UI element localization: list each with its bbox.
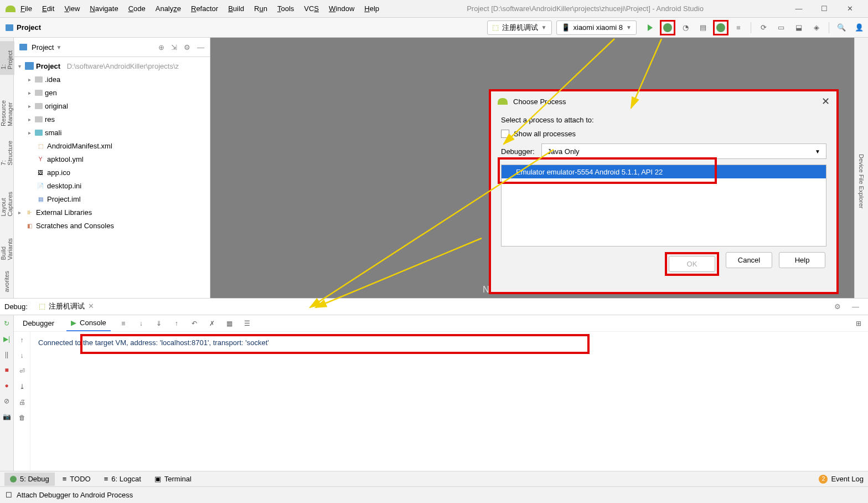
tab-favorites[interactable]: avorites (2, 265, 11, 298)
menu-vcs[interactable]: VCS (299, 4, 324, 13)
tree-ext-libs[interactable]: ▸⊪External Libraries (14, 206, 210, 219)
show-all-checkbox[interactable] (501, 130, 509, 138)
resource-manager-button[interactable]: ◈ (809, 20, 824, 35)
tab-layout-captures[interactable]: Layout Captures (0, 171, 14, 222)
search-button[interactable]: 🔍 (834, 20, 849, 35)
attach-debugger-button[interactable] (713, 20, 728, 35)
close-icon[interactable]: ✕ (88, 302, 94, 310)
step-out-button[interactable]: ↑ (172, 319, 182, 329)
force-step-into-button[interactable]: ⇓ (154, 319, 164, 329)
tab-debug[interactable]: 5: Debug (4, 473, 55, 486)
menu-build[interactable]: Build (223, 4, 249, 13)
debugger-select[interactable]: Java Only ▼ (541, 143, 826, 159)
clear-button[interactable]: 🗑 (17, 413, 27, 423)
stop-button[interactable]: ■ (731, 20, 746, 35)
coverage-button[interactable]: ▤ (695, 20, 711, 35)
run-to-cursor-button[interactable]: ✗ (207, 319, 217, 329)
menu-file[interactable]: File (16, 4, 37, 13)
down-button[interactable]: ↓ (17, 351, 27, 361)
tab-logcat[interactable]: ≡6: Logcat (99, 473, 147, 486)
drop-frame-button[interactable]: ↶ (189, 319, 199, 329)
event-log-button[interactable]: 2 Event Log (819, 475, 864, 484)
collapse-icon[interactable]: ⇲ (171, 43, 177, 52)
stop-button[interactable]: ■ (2, 365, 12, 375)
run-button[interactable] (642, 20, 658, 35)
step-over-button[interactable]: ≡ (118, 319, 128, 329)
tree-file[interactable]: 📄desktop.ini (14, 179, 210, 192)
tree-file[interactable]: ▤Project.iml (14, 192, 210, 206)
camera-button[interactable]: 📷 (2, 412, 12, 422)
menu-window[interactable]: Window (324, 4, 359, 13)
menu-run[interactable]: Run (249, 4, 272, 13)
layout-button[interactable]: ⊞ (854, 319, 864, 329)
ok-button[interactable]: OK (669, 256, 715, 272)
gear-icon[interactable]: ⚙ (834, 302, 841, 311)
soft-wrap-button[interactable]: ⏎ (17, 366, 27, 376)
avd-manager-button[interactable]: ▭ (773, 20, 789, 35)
menu-refactor[interactable]: Refactor (186, 4, 223, 13)
target-icon[interactable]: ⊕ (158, 43, 164, 52)
menu-analyze[interactable]: Analyze (151, 4, 186, 13)
close-icon[interactable]: ✕ (822, 95, 830, 107)
step-into-button[interactable]: ↓ (136, 319, 146, 329)
tab-structure[interactable]: 7: Structure (0, 132, 14, 171)
rerun-button[interactable]: ↻ (2, 319, 12, 329)
menu-tools[interactable]: Tools (272, 4, 299, 13)
console-tab[interactable]: ▶ Console (66, 316, 111, 331)
trace-button[interactable]: ☰ (242, 319, 252, 329)
process-item[interactable]: Emulator emulator-5554 Android 5.1.1, AP… (502, 165, 826, 178)
cancel-button[interactable]: Cancel (726, 252, 772, 268)
project-view-selector[interactable]: Project ▼ (32, 43, 61, 52)
breadcrumb[interactable]: Project (0, 23, 41, 32)
maximize-button[interactable]: ☐ (812, 4, 837, 13)
menu-navigate[interactable]: Navigate (85, 4, 123, 13)
profile-button[interactable]: ◔ (678, 20, 693, 35)
tab-resource-manager[interactable]: Resource Manager (0, 75, 14, 132)
minimize-button[interactable]: — (786, 4, 812, 13)
status-icon[interactable]: ☐ (6, 491, 12, 499)
sync-button[interactable]: ⟳ (756, 20, 771, 35)
evaluate-button[interactable]: ▦ (225, 319, 235, 329)
device-selector[interactable]: 📱 xiaomi xiaomi 8 ▼ (556, 20, 637, 35)
sdk-manager-button[interactable]: ⬓ (791, 20, 807, 35)
run-config-selector[interactable]: ⬚ 注册机调试 ▼ (487, 20, 552, 35)
tree-folder[interactable]: ▸.idea (14, 73, 210, 86)
tree-root[interactable]: ▾Project D:\software\AndroidKiller\proje… (14, 59, 210, 73)
tree-folder[interactable]: ▸gen (14, 86, 210, 99)
mute-breakpoints-button[interactable]: ⊘ (2, 396, 12, 406)
breakpoints-button[interactable]: ● (2, 381, 12, 391)
tab-project[interactable]: 1: Project (0, 41, 14, 75)
tree-file[interactable]: Yapktool.yml (14, 152, 210, 166)
tab-build-variants[interactable]: Build Variants (0, 222, 14, 265)
scroll-end-button[interactable]: ⤓ (17, 382, 27, 392)
debugger-tab[interactable]: Debugger (18, 316, 59, 331)
menu-view[interactable]: View (59, 4, 85, 13)
tree-file[interactable]: 🖼app.ico (14, 166, 210, 179)
tab-device-file-explorer[interactable]: Device File Explorer (857, 148, 866, 214)
menu-help[interactable]: Help (359, 4, 384, 13)
console-output[interactable]: Connected to the target VM, address: 'lo… (30, 332, 868, 471)
help-button[interactable]: Help (779, 252, 825, 268)
process-list[interactable]: Emulator emulator-5554 Android 5.1.1, AP… (501, 165, 826, 247)
menu-edit[interactable]: Edit (37, 4, 59, 13)
up-button[interactable]: ↑ (17, 335, 27, 345)
menu-code[interactable]: Code (123, 4, 151, 13)
tree-folder[interactable]: ▸smali (14, 126, 210, 139)
debug-button[interactable] (660, 20, 675, 35)
tree-folder[interactable]: ▸res (14, 112, 210, 126)
tab-todo[interactable]: ≡TODO (57, 473, 96, 486)
print-button[interactable]: 🖨 (17, 397, 27, 407)
hide-icon[interactable]: — (852, 302, 859, 311)
user-icon[interactable]: 👤 (851, 20, 867, 35)
tab-terminal[interactable]: ▣Terminal (149, 473, 197, 486)
resume-button[interactable]: ▶| (2, 334, 12, 344)
tree-scratches[interactable]: ◧Scratches and Consoles (14, 219, 210, 232)
close-button[interactable]: ✕ (837, 4, 862, 13)
tree-folder[interactable]: ▸original (14, 99, 210, 112)
tree-file[interactable]: ⬚AndroidManifest.xml (14, 139, 210, 152)
debug-session-tab[interactable]: ⬚ 注册机调试 ✕ (33, 299, 100, 315)
hide-icon[interactable]: — (197, 43, 204, 52)
gear-icon[interactable]: ⚙ (184, 43, 190, 52)
pause-button[interactable]: || (2, 350, 12, 360)
project-tree[interactable]: ▾Project D:\software\AndroidKiller\proje… (14, 57, 210, 298)
